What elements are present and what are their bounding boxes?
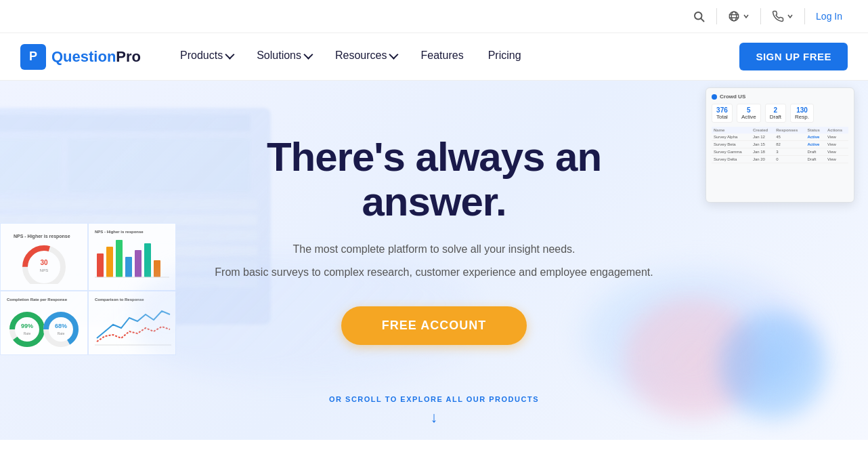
svg-rect-23: [116, 240, 123, 277]
td-created-2: Jan 15: [751, 141, 774, 148]
logo[interactable]: P QuestionPro: [20, 44, 141, 70]
svg-rect-26: [144, 243, 151, 277]
dashboard-screenshot: Crowd US 376 Total 5 Active 2 Draft 130 …: [706, 87, 854, 203]
stat-num-draft: 2: [770, 106, 781, 114]
td-name-4: Survey Delta: [712, 156, 751, 163]
td-name-3: Survey Gamma: [712, 148, 751, 156]
solutions-chevron-icon: [303, 50, 313, 60]
th-status: Status: [805, 127, 825, 134]
svg-line-1: [701, 18, 703, 21]
hero-subtitle-1: The most complete platform to solve all …: [197, 241, 671, 258]
hero-center-content: There's always an answer. The most compl…: [197, 135, 671, 345]
scroll-hint-text: OR SCROLL TO EXPLORE ALL OUR PRODUCTS: [329, 395, 539, 403]
svg-text:68%: 68%: [55, 323, 67, 329]
nav-resources[interactable]: Resources: [323, 33, 408, 81]
td-name-2: Survey Beta: [712, 141, 751, 148]
login-link[interactable]: Log In: [810, 8, 848, 24]
main-navbar: P QuestionPro Products Solutions Resourc…: [0, 33, 868, 81]
svg-rect-27: [154, 260, 160, 277]
signup-button[interactable]: SIGN UP FREE: [739, 43, 848, 70]
nav-pricing-label: Pricing: [488, 49, 521, 62]
svg-rect-22: [106, 247, 113, 277]
svg-rect-21: [97, 253, 104, 277]
bg-blob-blue: [719, 311, 827, 420]
td-resp-4: 0: [774, 156, 805, 163]
dashboard-header: Crowd US: [712, 94, 848, 100]
dash-stat-resp: 130 Resp.: [790, 104, 814, 123]
nav-pricing[interactable]: Pricing: [476, 33, 534, 81]
svg-text:NPS - Higher is response: NPS - Higher is response: [95, 230, 144, 234]
svg-text:Completion Rate per Response: Completion Rate per Response: [7, 298, 68, 302]
nav-products-label: Products: [180, 49, 223, 62]
logo-text: QuestionPro: [51, 48, 141, 66]
svg-rect-6: [0, 115, 251, 131]
td-created-3: Jan 18: [751, 148, 774, 156]
stat-label-draft: Draft: [770, 114, 781, 120]
svg-text:30: 30: [40, 259, 48, 266]
th-name: Name: [712, 127, 751, 134]
nav-items: Products Solutions Resources Features Pr…: [168, 33, 739, 81]
nav-features-label: Features: [420, 49, 463, 62]
nav-solutions[interactable]: Solutions: [244, 33, 323, 81]
nav-solutions-label: Solutions: [257, 49, 301, 62]
svg-point-3: [731, 12, 737, 21]
td-status-1: Active: [805, 134, 825, 141]
svg-text:Rate: Rate: [24, 331, 31, 335]
scroll-down-arrow-icon[interactable]: ↓: [329, 409, 539, 426]
stat-label-active: Active: [741, 114, 756, 120]
divider3: [804, 8, 805, 24]
td-action-1: View: [825, 134, 848, 141]
nav-resources-label: Resources: [335, 49, 387, 62]
scroll-hint: OR SCROLL TO EXPLORE ALL OUR PRODUCTS ↓: [329, 395, 539, 426]
td-name-1: Survey Alpha: [712, 134, 751, 141]
td-created-1: Jan 12: [751, 134, 774, 141]
hero-section: NPS - Higher is response 30 NPS NPS - Hi…: [0, 81, 868, 440]
svg-point-2: [729, 12, 739, 21]
search-icon-button[interactable]: [687, 4, 711, 28]
products-chevron-icon: [225, 50, 235, 60]
svg-rect-24: [125, 257, 132, 277]
td-resp-2: 82: [774, 141, 805, 148]
svg-point-31: [12, 314, 42, 344]
svg-text:NPS - Higher is response: NPS - Higher is response: [14, 234, 70, 239]
stat-label-total: Total: [716, 114, 728, 120]
divider1: [716, 8, 717, 24]
table-row: Survey Gamma Jan 18 3 Draft View: [712, 148, 848, 156]
dash-dot: [712, 94, 717, 100]
td-resp-1: 45: [774, 134, 805, 141]
dash-stat-active: 5 Active: [737, 104, 761, 123]
svg-text:NPS: NPS: [40, 268, 48, 272]
dashboard-table: Name Created Responses Status Actions Su…: [712, 127, 848, 163]
td-resp-3: 3: [774, 148, 805, 156]
dash-stat-draft: 2 Draft: [765, 104, 786, 123]
svg-rect-25: [135, 250, 142, 277]
free-account-button[interactable]: FREE ACCOUNT: [341, 306, 527, 345]
td-created-4: Jan 20: [751, 156, 774, 163]
table-row: Survey Alpha Jan 12 45 Active View: [712, 134, 848, 141]
hero-title: There's always an answer.: [197, 135, 671, 224]
dash-stat-total: 376 Total: [712, 104, 733, 123]
stat-num-total: 376: [716, 106, 728, 114]
chart-row-1: NPS - Higher is response 30 NPS NPS - Hi…: [0, 223, 176, 291]
td-status-4: Draft: [805, 156, 825, 163]
divider2: [760, 8, 761, 24]
stat-num-resp: 130: [795, 106, 809, 114]
stat-label-resp: Resp.: [795, 114, 809, 120]
dashboard-title: Crowd US: [720, 94, 745, 100]
gauge-widget: NPS - Higher is response 30 NPS: [0, 223, 88, 291]
td-action-3: View: [825, 148, 848, 156]
th-actions: Actions: [825, 127, 848, 134]
td-status-3: Draft: [805, 148, 825, 156]
language-selector[interactable]: [722, 7, 755, 25]
phone-selector[interactable]: [766, 7, 799, 25]
td-action-4: View: [825, 156, 848, 163]
svg-rect-7: [0, 138, 61, 192]
svg-text:Rate: Rate: [58, 331, 65, 335]
svg-text:99%: 99%: [21, 323, 33, 329]
logo-icon: P: [20, 44, 46, 70]
table-row: Survey Delta Jan 20 0 Draft View: [712, 156, 848, 163]
donut-widget: Completion Rate per Response 99% Rate 68…: [0, 291, 88, 355]
th-created: Created: [751, 127, 774, 134]
nav-features[interactable]: Features: [408, 33, 475, 81]
nav-products[interactable]: Products: [168, 33, 244, 81]
